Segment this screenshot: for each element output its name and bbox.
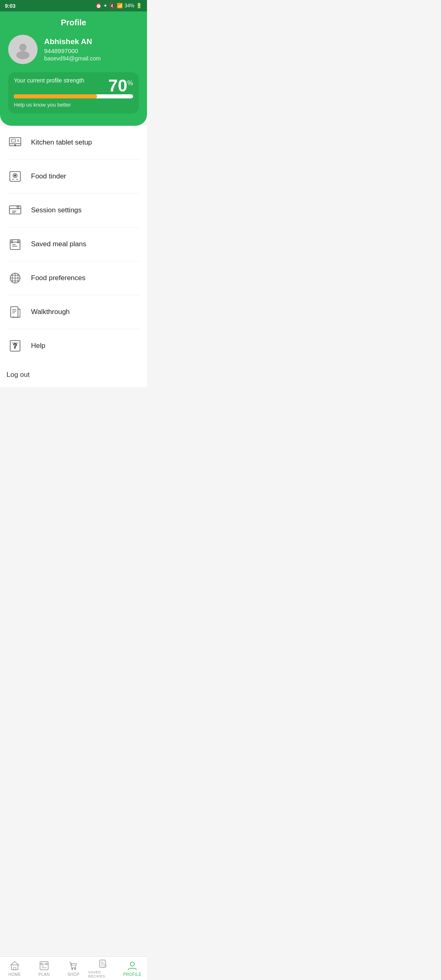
alarm-icon: ⏰ xyxy=(96,3,102,9)
svg-point-15 xyxy=(17,206,19,208)
menu-label-help: Help xyxy=(31,342,45,350)
bluetooth-icon: ✦ xyxy=(103,3,107,9)
progress-bar-fill xyxy=(14,94,97,98)
menu-list: Kitchen tablet setup Food tinder Session xyxy=(0,126,147,363)
page-title: Profile xyxy=(8,18,139,27)
menu-item-saved-meal-plans[interactable]: Saved meal plans xyxy=(7,227,140,261)
strength-label: Your current profile strength xyxy=(14,77,84,84)
session-settings-icon xyxy=(7,202,24,219)
menu-label-session-settings: Session settings xyxy=(31,206,82,214)
status-bar: 9:03 ⏰ ✦ 🔇 📶 34% 🔋 xyxy=(0,0,147,11)
mute-icon: 🔇 xyxy=(109,3,115,9)
avatar xyxy=(8,35,38,64)
svg-rect-31 xyxy=(11,307,18,317)
svg-point-4 xyxy=(15,145,16,145)
menu-item-food-tinder[interactable]: Food tinder xyxy=(7,160,140,194)
user-details: Abhishek AN 9448997000 basevd94@gmail.co… xyxy=(44,37,101,62)
profile-header: Profile Abhishek AN 9448997000 basevd94@… xyxy=(0,11,147,126)
svg-rect-21 xyxy=(18,241,19,243)
logout-button[interactable]: Log out xyxy=(0,363,147,387)
menu-item-kitchen-tablet[interactable]: Kitchen tablet setup xyxy=(7,126,140,160)
user-name: Abhishek AN xyxy=(44,37,101,46)
menu-label-food-tinder: Food tinder xyxy=(31,172,66,180)
svg-point-10 xyxy=(14,175,16,176)
strength-percent-value: 70% xyxy=(108,77,133,94)
profile-strength-card: Your current profile strength 70% Help u… xyxy=(8,72,139,114)
walkthrough-icon xyxy=(7,303,24,321)
user-info: Abhishek AN 9448997000 basevd94@gmail.co… xyxy=(8,35,139,64)
svg-rect-20 xyxy=(11,241,13,243)
battery-text: 34% xyxy=(125,3,134,9)
food-preferences-icon xyxy=(7,270,24,287)
strength-hint: Help us know you better xyxy=(14,102,133,108)
user-email: basevd94@gmail.com xyxy=(44,55,101,62)
menu-item-session-settings[interactable]: Session settings xyxy=(7,194,140,227)
food-tinder-icon xyxy=(7,168,24,185)
help-icon: ? xyxy=(7,337,24,354)
status-icons: ⏰ ✦ 🔇 📶 34% 🔋 xyxy=(96,3,142,9)
svg-point-0 xyxy=(19,44,27,51)
menu-item-help[interactable]: ? Help xyxy=(7,329,140,363)
wifi-icon: 📶 xyxy=(117,3,123,9)
battery-icon: 🔋 xyxy=(136,3,142,9)
svg-text:?: ? xyxy=(13,343,17,350)
menu-item-food-preferences[interactable]: Food preferences xyxy=(7,261,140,295)
svg-rect-5 xyxy=(11,139,16,142)
menu-label-walkthrough: Walkthrough xyxy=(31,308,70,316)
user-phone: 9448997000 xyxy=(44,47,101,54)
menu-label-kitchen-tablet: Kitchen tablet setup xyxy=(31,138,92,147)
saved-meal-icon xyxy=(7,236,24,253)
svg-point-1 xyxy=(16,51,29,59)
tablet-icon xyxy=(7,134,24,151)
menu-label-food-preferences: Food preferences xyxy=(31,274,85,282)
menu-label-saved-meal-plans: Saved meal plans xyxy=(31,240,86,248)
menu-item-walkthrough[interactable]: Walkthrough xyxy=(7,295,140,329)
status-time: 9:03 xyxy=(5,3,16,9)
